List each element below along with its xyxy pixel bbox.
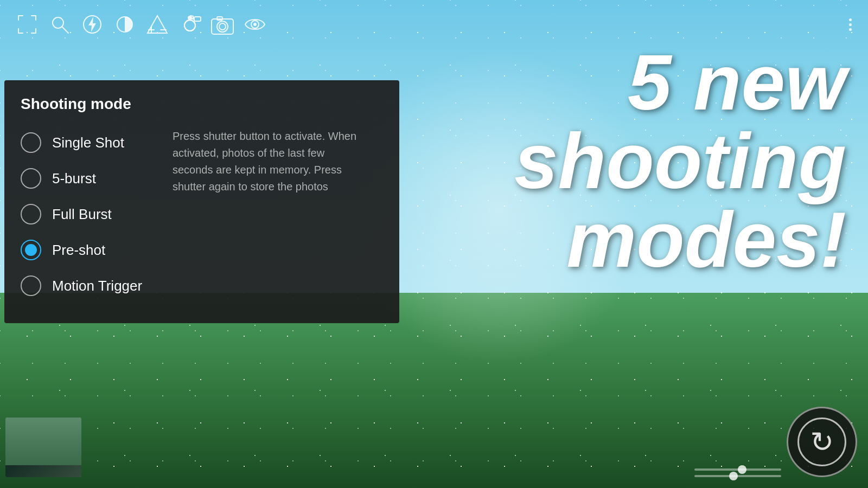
svg-point-18 — [253, 23, 257, 26]
toolbar — [0, 0, 868, 49]
radio-circle-pre-shot — [21, 240, 41, 260]
option-label-full-burst: Full Burst — [52, 206, 112, 223]
radio-circle-full-burst — [21, 204, 41, 224]
slider-controls — [694, 468, 781, 477]
option-label-single-shot: Single Shot — [52, 134, 124, 151]
svg-marker-3 — [88, 17, 96, 32]
slider-thumb-2[interactable] — [729, 472, 738, 480]
option-label-5-burst: 5-burst — [52, 170, 96, 187]
radio-circle-5-burst — [21, 168, 41, 189]
bottom-controls — [694, 468, 781, 477]
dot3 — [849, 28, 852, 31]
slider-track-1[interactable] — [694, 468, 781, 471]
svg-rect-11 — [194, 17, 201, 21]
option-label-motion-trigger: Motion Trigger — [52, 278, 142, 294]
dot2 — [849, 23, 852, 26]
svg-point-10 — [188, 16, 192, 20]
flash-icon[interactable] — [76, 8, 108, 41]
thumbnail-bar — [5, 465, 81, 477]
shutter-button[interactable]: ↺ — [787, 407, 857, 477]
shooting-mode-panel: Shooting mode Single Shot 5-burst Full B… — [4, 80, 399, 323]
more-options-button[interactable] — [844, 13, 857, 36]
option-pre-shot[interactable]: Pre-shot — [21, 232, 156, 268]
fullscreen-icon[interactable] — [11, 8, 43, 41]
eye-icon[interactable] — [239, 8, 271, 41]
radio-options-list: Single Shot 5-burst Full Burst Pre-shot … — [21, 125, 156, 304]
dot1 — [849, 18, 852, 21]
svg-marker-5 — [148, 16, 167, 33]
exposure-icon[interactable] — [141, 8, 174, 41]
svg-point-12 — [184, 20, 195, 31]
brightness-icon[interactable] — [108, 8, 141, 41]
slider-track-2[interactable] — [694, 475, 781, 477]
panel-title: Shooting mode — [21, 95, 383, 113]
camera-shutter-icon[interactable] — [206, 8, 239, 41]
refresh-icon: ↺ — [810, 426, 834, 458]
thumbnail-preview[interactable] — [5, 418, 81, 477]
svg-line-1 — [62, 27, 68, 33]
mode-description: Press shutter button to activate. When a… — [173, 125, 368, 304]
panel-content: Single Shot 5-burst Full Burst Pre-shot … — [21, 125, 383, 304]
radio-circle-motion-trigger — [21, 275, 41, 296]
hdr-icon[interactable] — [174, 8, 206, 41]
thumbnail-image — [5, 418, 81, 465]
hero-text: 5 new shooting modes! — [514, 43, 846, 279]
option-motion-trigger[interactable]: Motion Trigger — [21, 268, 156, 304]
option-single-shot[interactable]: Single Shot — [21, 125, 156, 160]
search-icon[interactable] — [43, 8, 76, 41]
option-5-burst[interactable]: 5-burst — [21, 160, 156, 196]
option-label-pre-shot: Pre-shot — [52, 242, 105, 259]
radio-circle-single-shot — [21, 132, 41, 153]
hero-line1: 5 new shooting modes! — [514, 43, 846, 279]
option-full-burst[interactable]: Full Burst — [21, 196, 156, 232]
shutter-inner-ring: ↺ — [797, 418, 846, 466]
slider-thumb-1[interactable] — [738, 465, 746, 474]
svg-point-15 — [219, 23, 226, 30]
